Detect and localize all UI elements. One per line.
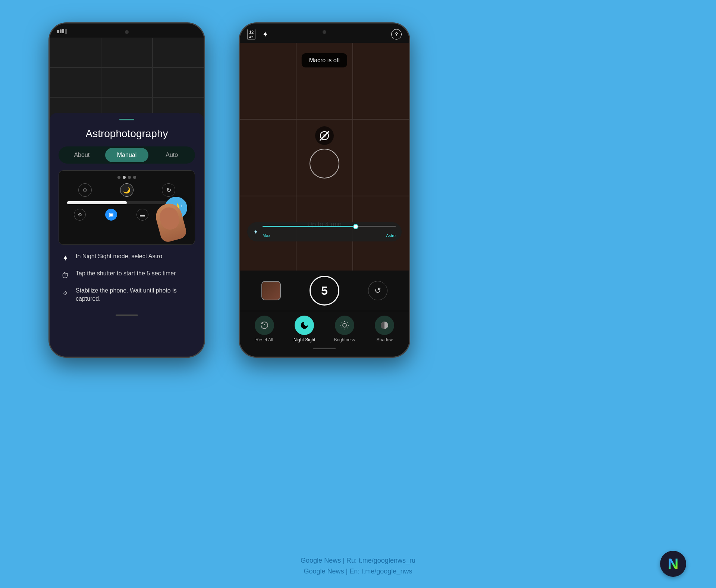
shutter-number: 5 xyxy=(321,284,328,298)
sparkle-icon: ✦ xyxy=(60,253,70,263)
macro-focus-circle xyxy=(310,149,339,178)
n-logo: N xyxy=(660,551,686,577)
thumbnail-preview[interactable] xyxy=(261,281,281,300)
footer: Google News | Ru: t.me/googlenws_ru Goog… xyxy=(301,555,415,577)
svg-line-16 xyxy=(342,328,342,328)
mini-camera-preview: ☺ 🌙 ↻ ⚙ ▣ ▬ 🌙 🌙+ xyxy=(59,170,195,245)
tab-auto[interactable]: Auto xyxy=(150,148,194,162)
mode-brightness[interactable]: Brightness xyxy=(333,316,356,342)
instruction-row-1: ✦ In Night Sight mode, select Astro xyxy=(59,252,195,263)
left-bottom-sheet: Astrophotography About Manual Auto ☺ 🌙 ↻ xyxy=(50,113,204,357)
right-phone: 124:3 ✦ ? Macro is off Up to 4 min xyxy=(239,22,410,358)
dot-3 xyxy=(128,176,131,179)
mini-icon-moon: 🌙 xyxy=(120,183,134,197)
instruction-row-2: ⏱ Tap the shutter to start the 5 sec tim… xyxy=(59,269,195,281)
sheet-handle xyxy=(119,119,134,120)
bottom-divider xyxy=(240,311,409,311)
svg-rect-2 xyxy=(62,29,64,33)
mode-shadow-label: Shadow xyxy=(377,337,393,342)
right-home-indicator xyxy=(313,348,336,349)
macro-no-icon xyxy=(315,126,334,145)
mini-video-icon: ▬ xyxy=(136,209,148,221)
mini-slider-fill xyxy=(67,201,127,204)
svg-rect-3 xyxy=(65,29,67,34)
svg-point-4 xyxy=(320,132,329,140)
dot-1 xyxy=(117,176,120,179)
resolution-icon: 124:3 xyxy=(247,29,255,40)
n-letter: N xyxy=(668,556,679,572)
mode-reset-all-label: Reset All xyxy=(255,337,273,342)
footer-line-1: Google News | Ru: t.me/googlenws_ru xyxy=(301,555,415,566)
slider-fill xyxy=(263,226,356,227)
svg-point-6 xyxy=(323,134,326,137)
brightness-icon xyxy=(335,316,354,335)
mini-photo-icon: ▣ xyxy=(105,209,117,221)
left-phone: Astrophotography About Manual Auto ☺ 🌙 ↻ xyxy=(48,22,205,358)
svg-rect-0 xyxy=(57,30,59,33)
instructions: ✦ In Night Sight mode, select Astro ⏱ Ta… xyxy=(59,251,195,311)
mini-icons-row: ☺ 🌙 ↻ xyxy=(64,183,189,197)
svg-line-13 xyxy=(347,328,347,328)
right-top-left-icons: 124:3 ✦ xyxy=(247,29,268,40)
stars-icon: ✦ xyxy=(253,228,258,235)
flip-camera-button[interactable]: ↺ xyxy=(368,281,387,300)
tab-about[interactable]: About xyxy=(60,148,104,162)
mini-dots xyxy=(64,176,189,179)
mode-brightness-label: Brightness xyxy=(334,337,355,342)
flip-icon: ↺ xyxy=(374,286,381,295)
mode-shadow[interactable]: Shadow xyxy=(373,316,396,342)
macro-icon-container xyxy=(310,126,339,178)
right-bottom-controls: 5 ↺ Reset All xyxy=(240,271,409,357)
mini-icon-refresh: ↻ xyxy=(162,183,175,197)
stabilize-icon: ⟐ xyxy=(60,287,70,298)
reset-all-icon xyxy=(255,316,274,335)
instruction-text-1: In Night Sight mode, select Astro xyxy=(76,252,162,260)
slider-label-max: Max xyxy=(263,233,270,238)
mini-settings-icon: ⚙ xyxy=(74,209,86,221)
svg-line-12 xyxy=(342,322,342,323)
shadow-icon xyxy=(375,316,394,335)
mode-reset-all[interactable]: Reset All xyxy=(253,316,276,342)
instruction-text-2: Tap the shutter to start the 5 sec timer xyxy=(76,269,176,278)
footer-line-2: Google News | En: t.me/google_nws xyxy=(301,566,415,577)
right-viewfinder: Macro is off Up to 4 min ✦ xyxy=(240,42,409,273)
left-camera-notch xyxy=(125,30,129,34)
mode-night-sight-label: Night Sight xyxy=(293,337,315,342)
slider-label-astro: Astro xyxy=(386,233,396,238)
instruction-text-3: Stabilize the phone. Wait until photo is… xyxy=(76,287,194,303)
help-icon[interactable]: ? xyxy=(391,29,402,39)
night-sight-icon xyxy=(295,316,314,335)
mode-bar: Reset All Night Sight xyxy=(247,316,402,342)
left-home-indicator xyxy=(116,314,138,316)
svg-line-5 xyxy=(321,132,328,139)
slider-track xyxy=(263,226,396,227)
mini-icon-smiley: ☺ xyxy=(78,183,92,197)
astro-slider[interactable]: ✦ Max Astro xyxy=(247,222,402,241)
timer-icon: ⏱ xyxy=(60,270,70,281)
macro-tooltip: Macro is off xyxy=(302,53,347,67)
magic-icon[interactable]: ✦ xyxy=(262,30,268,39)
slider-thumb[interactable] xyxy=(353,224,358,229)
tab-manual[interactable]: Manual xyxy=(105,148,149,162)
tab-row: About Manual Auto xyxy=(59,146,195,164)
sheet-title: Astrophotography xyxy=(59,128,195,140)
mode-night-sight[interactable]: Night Sight xyxy=(293,316,315,342)
instruction-row-3: ⟐ Stabilize the phone. Wait until photo … xyxy=(59,287,195,303)
svg-line-17 xyxy=(347,322,347,323)
right-camera-notch xyxy=(323,30,326,34)
dot-4 xyxy=(133,176,136,179)
left-status-icon xyxy=(57,29,67,35)
svg-rect-1 xyxy=(60,29,62,33)
shutter-button[interactable]: 5 xyxy=(310,276,339,306)
svg-point-9 xyxy=(343,323,346,327)
shutter-row: 5 ↺ xyxy=(247,276,402,306)
dot-2 xyxy=(123,176,126,179)
